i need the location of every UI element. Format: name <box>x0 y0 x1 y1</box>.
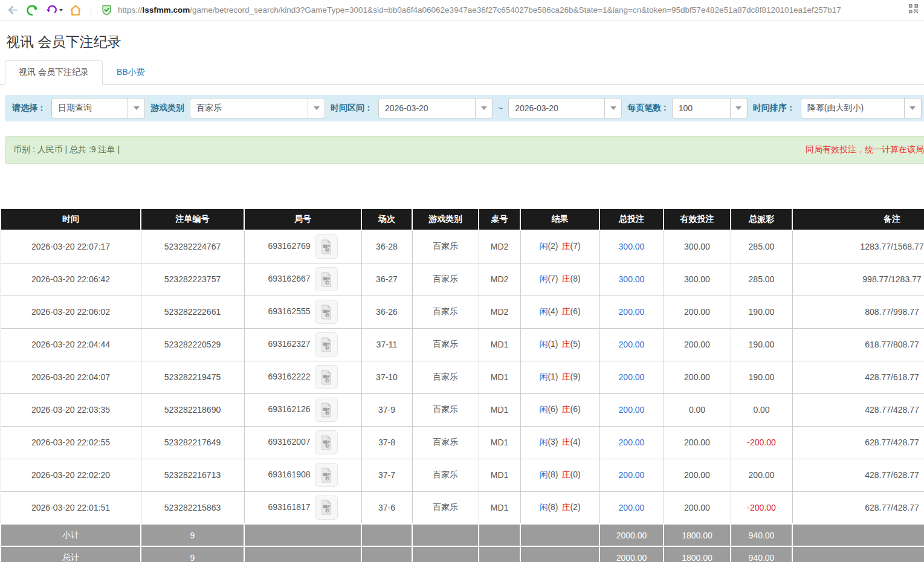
page-size-select[interactable]: 100 <box>672 98 748 118</box>
total-bet-link[interactable]: 200.00 <box>619 405 645 415</box>
total-bet-link[interactable]: 200.00 <box>619 438 645 447</box>
footer-cell <box>792 524 924 546</box>
video-replay-button[interactable] <box>315 365 338 389</box>
bet-time: 2026-03-20 22:04:44 <box>1 328 141 361</box>
table-number: MD2 <box>479 263 520 296</box>
video-replay-button[interactable] <box>315 234 338 259</box>
total-bet-link[interactable]: 200.00 <box>619 470 645 480</box>
bet-time: 2026-03-20 22:02:55 <box>1 426 141 459</box>
total-bet-link[interactable]: 200.00 <box>619 307 645 317</box>
game-category: 百家乐 <box>412 230 479 263</box>
undo-dropdown-caret-icon <box>59 9 63 11</box>
column-header: 注单编号 <box>141 208 244 230</box>
video-replay-button[interactable] <box>315 496 338 520</box>
video-replay-button[interactable] <box>315 463 338 487</box>
banker-result-count: (0) <box>570 470 581 479</box>
url-text: https://lssfmm.com/game/betrecord_search… <box>118 5 841 15</box>
valid-bet: 300.00 <box>664 263 731 296</box>
total-payout: 190.00 <box>731 361 792 393</box>
total-bet-link[interactable]: 300.00 <box>619 274 645 284</box>
remark: 998.77/1283.77 <box>792 263 924 296</box>
banker-result-label: 庄 <box>562 502 570 512</box>
valid-bet: 200.00 <box>664 361 731 393</box>
total-bet-cell: 300.00 <box>599 263 664 296</box>
round-cell: 693162555 <box>244 296 361 328</box>
session-number: 36-27 <box>361 263 412 296</box>
game-type-value: 百家乐 <box>196 103 222 114</box>
footer-cell: 940.00 <box>731 524 792 546</box>
round-number: 693161817 <box>268 502 310 511</box>
footer-cell: 1800.00 <box>664 546 731 562</box>
refresh-icon[interactable] <box>25 4 39 17</box>
total-bet-link[interactable]: 200.00 <box>619 372 645 382</box>
session-number: 36-26 <box>361 296 412 328</box>
session-number: 37-10 <box>361 361 412 393</box>
footer-cell <box>479 524 520 546</box>
tab-bb-tips[interactable]: BB小费 <box>103 60 159 85</box>
back-icon[interactable] <box>6 4 19 17</box>
footer-cell: 小计 <box>1 524 141 546</box>
footer-cell <box>244 546 361 562</box>
chevron-down-icon <box>308 99 325 118</box>
date-to-input[interactable]: 2026-03-20 <box>508 98 622 118</box>
video-replay-button[interactable] <box>315 332 338 357</box>
chevron-down-icon <box>475 99 492 118</box>
total-bet-link[interactable]: 200.00 <box>619 503 645 512</box>
qr-code-icon[interactable] <box>909 4 918 16</box>
total-bet-link[interactable]: 200.00 <box>619 340 645 349</box>
player-result-label: 闲 <box>539 470 548 479</box>
address-bar[interactable]: https://lssfmm.com/game/betrecord_search… <box>100 4 900 17</box>
round-number: 693161908 <box>268 470 310 479</box>
round-cell: 693162327 <box>244 328 361 361</box>
table-row: 2026-03-20 22:02:55 523282217649 6931620… <box>1 426 924 459</box>
remark: 428.77/628.77 <box>792 459 924 491</box>
time-range-label: 时间区间： <box>331 103 373 114</box>
player-result-count: (8) <box>548 502 558 512</box>
table-row: 2026-03-20 22:02:20 523282216713 6931619… <box>1 459 924 491</box>
tab-bet-records[interactable]: 视讯 会员下注纪录 <box>5 60 103 85</box>
remark: 808.77/998.77 <box>792 296 924 328</box>
table-number: MD2 <box>479 296 520 328</box>
round-number: 693162667 <box>268 274 310 283</box>
video-replay-button[interactable] <box>315 267 338 291</box>
banker-result-label: 庄 <box>562 306 570 316</box>
sort-order-select[interactable]: 降幂(由大到小) <box>801 98 922 118</box>
session-number: 37-9 <box>361 393 412 426</box>
footer-cell <box>479 546 520 562</box>
home-icon[interactable] <box>69 4 82 17</box>
player-result-label: 闲 <box>539 502 548 512</box>
round-cell: 693162126 <box>244 393 361 426</box>
date-mode-select[interactable]: 日期查询 <box>51 98 145 118</box>
table-row: 2026-03-20 22:07:17 523282224767 6931627… <box>1 230 924 263</box>
video-replay-button[interactable] <box>315 300 338 324</box>
round-cell: 693162667 <box>244 263 361 296</box>
table-row: 2026-03-20 22:03:35 523282218690 6931621… <box>1 393 924 426</box>
bet-id: 523282223757 <box>141 263 244 296</box>
footer-cell <box>412 524 479 546</box>
total-payout: -200.00 <box>731 426 792 459</box>
page-title: 视讯 会员下注纪录 <box>6 33 924 51</box>
player-result-label: 闲 <box>539 372 548 381</box>
session-number: 37-11 <box>361 328 412 361</box>
video-replay-button[interactable] <box>315 398 338 422</box>
undo-button[interactable] <box>45 4 63 17</box>
video-replay-button[interactable] <box>315 430 338 454</box>
tab-bar: 视讯 会员下注纪录 BB小费 <box>0 60 924 85</box>
player-result-label: 闲 <box>539 241 548 251</box>
bet-time: 2026-03-20 22:04:07 <box>1 361 141 393</box>
valid-bet-notice: 同局有效投注，统一计算在该局 <box>806 144 924 155</box>
remark: 628.77/428.77 <box>792 491 924 524</box>
date-range-tilde: ~ <box>498 103 503 113</box>
game-category: 百家乐 <box>412 491 479 524</box>
footer-cell <box>361 546 412 562</box>
date-from-input[interactable]: 2026-03-20 <box>378 98 493 118</box>
round-cell: 693162007 <box>244 426 361 459</box>
valid-bet: 200.00 <box>664 426 731 459</box>
date-mode-value: 日期查询 <box>58 103 92 114</box>
table-number: MD1 <box>479 491 520 524</box>
player-result-label: 闲 <box>539 274 548 283</box>
game-type-select[interactable]: 百家乐 <box>190 98 325 118</box>
total-bet-link[interactable]: 300.00 <box>619 242 645 251</box>
column-header: 时间 <box>1 208 141 230</box>
column-header: 总派彩 <box>731 208 792 230</box>
